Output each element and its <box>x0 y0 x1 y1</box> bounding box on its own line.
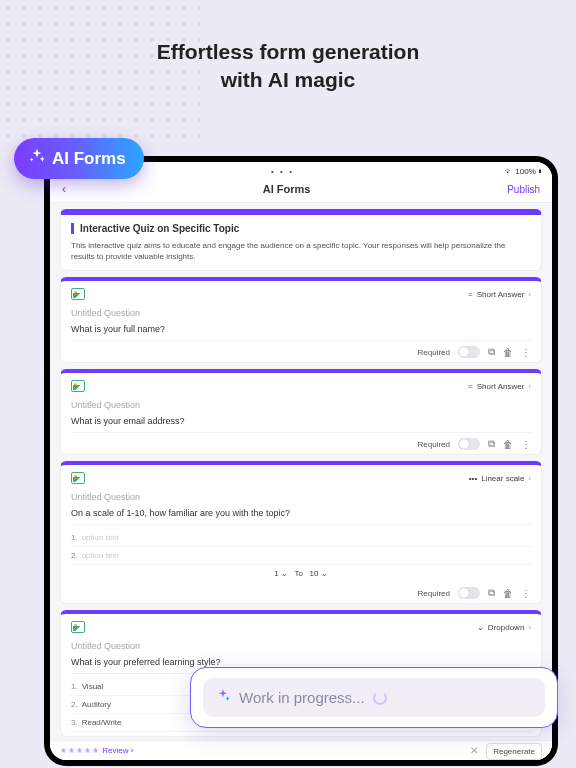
battery-icon: ▮ <box>538 167 542 176</box>
question-type-selector[interactable]: = Short Answer › <box>468 382 531 391</box>
review-group[interactable]: ★★★★★ Review › <box>60 746 133 755</box>
question-text[interactable]: What is your full name? <box>71 324 531 341</box>
chevron-right-icon: › <box>528 290 531 299</box>
required-label: Required <box>418 440 450 449</box>
type-label: Short Answer <box>477 382 525 391</box>
delete-icon[interactable]: 🗑 <box>503 439 513 450</box>
chevron-right-icon: › <box>131 746 134 755</box>
linear-scale-icon: ••• <box>469 474 477 483</box>
decorative-dots <box>0 0 200 140</box>
required-label: Required <box>418 589 450 598</box>
back-button[interactable]: ‹ <box>62 182 66 196</box>
scale-to-select[interactable]: 10 ⌄ <box>310 569 328 578</box>
delete-icon[interactable]: 🗑 <box>503 588 513 599</box>
chevron-right-icon: › <box>528 474 531 483</box>
more-icon[interactable]: ⋮ <box>521 347 531 358</box>
required-label: Required <box>418 348 450 357</box>
image-icon[interactable] <box>71 472 85 484</box>
sparkle-icon <box>28 147 46 170</box>
publish-button[interactable]: Publish <box>507 184 540 195</box>
image-icon[interactable] <box>71 380 85 392</box>
required-toggle[interactable] <box>458 587 480 599</box>
form-description[interactable]: This interactive quiz aims to educate an… <box>71 240 531 262</box>
question-card[interactable]: = Short Answer › Untitled Question What … <box>60 369 542 455</box>
duplicate-icon[interactable]: ⧉ <box>488 438 495 450</box>
question-card[interactable]: = Short Answer › Untitled Question What … <box>60 277 542 363</box>
scale-from-select[interactable]: 1 ⌄ <box>274 569 288 578</box>
required-toggle[interactable] <box>458 438 480 450</box>
sparkle-icon <box>215 688 231 707</box>
question-title-placeholder[interactable]: Untitled Question <box>71 308 531 318</box>
question-type-selector[interactable]: ⌄ Dropdown › <box>477 623 531 632</box>
battery-label: 100% <box>515 167 535 176</box>
chevron-right-icon: › <box>528 382 531 391</box>
form-header-card: Interactive Quiz on Specific Topic This … <box>60 209 542 271</box>
option-row[interactable]: 2.option text <box>71 547 531 565</box>
status-center-dots: • • • <box>271 167 294 176</box>
progress-text: Work in progress... <box>239 689 365 706</box>
ai-progress-overlay: Work in progress... <box>190 667 558 728</box>
question-text[interactable]: What is your email address? <box>71 416 531 433</box>
regenerate-button[interactable]: Regenerate <box>486 743 542 760</box>
form-title[interactable]: Interactive Quiz on Specific Topic <box>71 223 531 234</box>
option-row[interactable]: 1.option text <box>71 529 531 547</box>
required-toggle[interactable] <box>458 346 480 358</box>
type-label: Short Answer <box>477 290 525 299</box>
question-type-selector[interactable]: ••• Linear scale › <box>469 474 531 483</box>
chevron-right-icon: › <box>528 623 531 632</box>
ai-pill-label: AI Forms <box>52 149 126 169</box>
wifi-icon: ᯤ <box>505 167 513 176</box>
type-label: Dropdown <box>488 623 524 632</box>
question-title-placeholder[interactable]: Untitled Question <box>71 492 531 502</box>
duplicate-icon[interactable]: ⧉ <box>488 346 495 358</box>
bottom-bar: ★★★★★ Review › ✕ Regenerate <box>50 740 552 760</box>
close-button[interactable]: ✕ <box>464 745 484 756</box>
delete-icon[interactable]: 🗑 <box>503 347 513 358</box>
duplicate-icon[interactable]: ⧉ <box>488 587 495 599</box>
short-answer-icon: = <box>468 290 473 299</box>
question-card[interactable]: ••• Linear scale › Untitled Question On … <box>60 461 542 604</box>
question-title-placeholder[interactable]: Untitled Question <box>71 641 531 651</box>
question-title-placeholder[interactable]: Untitled Question <box>71 400 531 410</box>
status-right: ᯤ 100% ▮ <box>505 167 542 176</box>
ai-forms-pill[interactable]: AI Forms <box>14 138 144 179</box>
type-label: Linear scale <box>481 474 524 483</box>
review-button: Review <box>102 746 128 755</box>
scale-to-label: To <box>294 569 302 578</box>
more-icon[interactable]: ⋮ <box>521 588 531 599</box>
more-icon[interactable]: ⋮ <box>521 439 531 450</box>
scale-range-row: 1 ⌄ To 10 ⌄ <box>71 565 531 582</box>
dropdown-icon: ⌄ <box>477 623 484 632</box>
stars-icon: ★★★★★ <box>60 746 100 755</box>
question-text[interactable]: On a scale of 1-10, how familiar are you… <box>71 508 531 525</box>
page-title: AI Forms <box>263 183 311 195</box>
question-type-selector[interactable]: = Short Answer › <box>468 290 531 299</box>
image-icon[interactable] <box>71 621 85 633</box>
image-icon[interactable] <box>71 288 85 300</box>
short-answer-icon: = <box>468 382 473 391</box>
option-list: 1.option text 2.option text <box>71 529 531 565</box>
top-bar: ‹ AI Forms Publish <box>50 178 552 203</box>
spinner-icon <box>373 691 387 705</box>
